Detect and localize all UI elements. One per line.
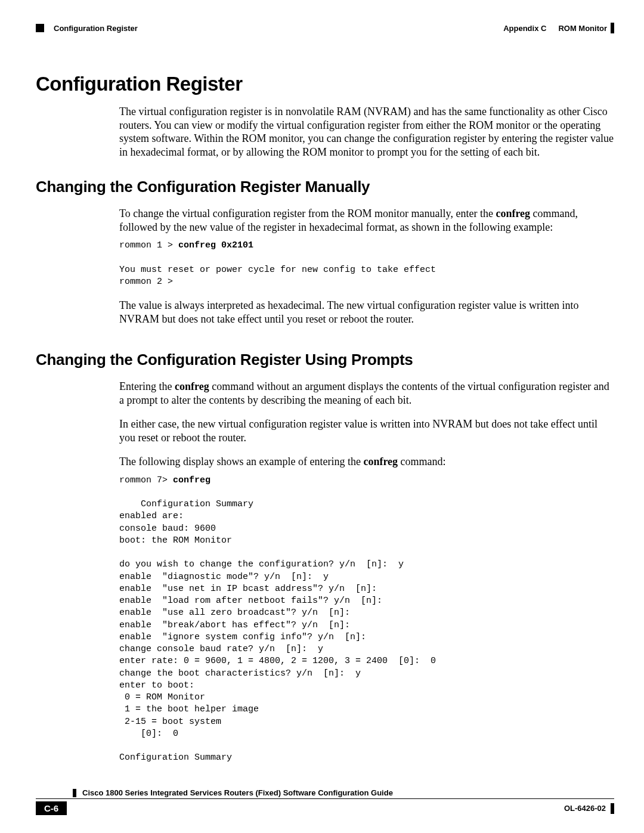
header-end-marker-icon — [611, 23, 614, 33]
code1-output: You must reset or power cycle for new co… — [119, 265, 436, 287]
code2-output: Configuration Summary enabled are: conso… — [119, 499, 436, 763]
manual-p1-text-a: To change the virtual configuration regi… — [119, 208, 496, 219]
code2-command: confreg — [173, 475, 210, 485]
page-footer: Cisco 1800 Series Integrated Services Ro… — [36, 788, 614, 815]
section-heading-prompts: Changing the Configuration Register Usin… — [36, 351, 614, 369]
footer-doc-title: Cisco 1800 Series Integrated Services Ro… — [82, 788, 393, 797]
header-appendix-label: Appendix C — [503, 24, 546, 33]
section-heading-manual: Changing the Configuration Register Manu… — [36, 178, 614, 196]
footer-doc-number: OL-6426-02 — [564, 804, 606, 813]
page-number: C-6 — [36, 801, 67, 815]
prompts-p1-text-a: Entering the — [119, 380, 175, 392]
prompts-p3-text-b: command: — [398, 456, 445, 467]
prompts-paragraph-1: Entering the confreg command without an … — [119, 380, 614, 407]
header-section-name: Configuration Register — [54, 24, 138, 33]
page-title: Configuration Register — [36, 73, 614, 95]
page-header: Configuration Register Appendix C ROM Mo… — [36, 23, 614, 36]
document-page: Configuration Register Appendix C ROM Mo… — [0, 0, 644, 833]
manual-paragraph-2: The value is always interpreted as hexad… — [119, 299, 614, 326]
manual-p1-command: confreg — [496, 208, 530, 219]
prompts-paragraph-2: In either case, the new virtual configur… — [119, 417, 614, 444]
footer-doc-number-group: OL-6426-02 — [564, 803, 614, 814]
header-appendix-title: ROM Monitor — [558, 24, 607, 33]
prompts-p1-command: confreg — [175, 380, 209, 392]
code2-prompt: rommon 7> — [119, 475, 173, 485]
prompts-p3-text-a: The following display shows an example o… — [119, 456, 363, 467]
code-example-2: rommon 7> confreg Configuration Summary … — [119, 475, 614, 764]
header-left-group: Configuration Register — [36, 24, 138, 33]
footer-bottom-row: C-6 OL-6426-02 — [36, 801, 614, 815]
footer-marker-icon — [73, 789, 76, 797]
footer-end-marker-icon — [611, 803, 614, 814]
code-example-1: rommon 1 > confreg 0x2101 You must reset… — [119, 240, 614, 288]
header-marker-icon — [36, 24, 44, 32]
code1-prompt: rommon 1 > — [119, 240, 178, 250]
prompts-paragraph-3: The following display shows an example o… — [119, 455, 614, 469]
prompts-p3-command: confreg — [363, 456, 398, 467]
intro-paragraph: The virtual configuration register is in… — [119, 105, 614, 159]
manual-paragraph-1: To change the virtual configuration regi… — [119, 207, 614, 234]
code1-command: confreg 0x2101 — [178, 240, 253, 250]
footer-title-row: Cisco 1800 Series Integrated Services Ro… — [36, 788, 614, 799]
header-right-group: Appendix C ROM Monitor — [503, 23, 614, 33]
